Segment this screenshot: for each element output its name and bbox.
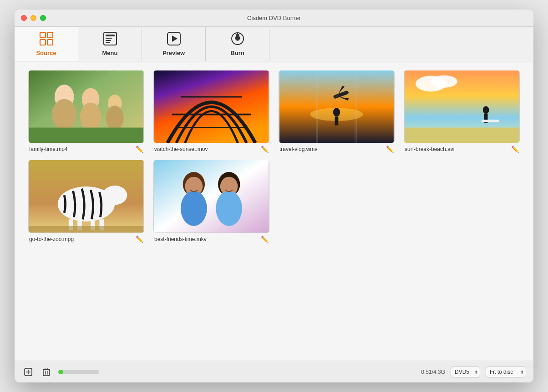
svg-point-45 <box>102 186 127 205</box>
video-info-travel: travel-vlog.wmv ✏️ <box>279 146 395 153</box>
svg-rect-35 <box>335 116 339 125</box>
svg-rect-6 <box>106 38 112 39</box>
close-button[interactable] <box>21 15 27 21</box>
thumbnail-zoo[interactable] <box>28 160 144 232</box>
storage-info: 0.51/4.3G <box>421 369 445 375</box>
window-title: Cisdem DVD Burner <box>247 15 301 21</box>
source-label: Source <box>36 50 56 56</box>
list-item: watch-the-sunset.mov ✏️ <box>153 70 269 153</box>
titlebar: Cisdem DVD Burner <box>15 10 533 27</box>
svg-rect-0 <box>40 32 46 38</box>
edit-icon-zoo[interactable]: ✏️ <box>136 236 143 243</box>
progress-container <box>58 370 416 374</box>
tab-burn[interactable]: Burn <box>206 27 269 61</box>
svg-point-57 <box>216 191 242 226</box>
thumbnail-surf[interactable] <box>404 70 520 143</box>
video-name-sunset: watch-the-sunset.mov <box>154 146 208 152</box>
svg-rect-2 <box>40 40 46 45</box>
burn-icon <box>230 31 245 48</box>
source-icon <box>39 31 54 48</box>
edit-icon-friends[interactable]: ✏️ <box>261 236 269 243</box>
progress-bar-fill <box>58 370 63 374</box>
tab-preview[interactable]: Preview <box>142 27 206 61</box>
tab-source[interactable]: Source <box>15 27 78 61</box>
progress-bar-bg <box>58 370 99 374</box>
statusbar: 0.51/4.3G DVD5 DVD9 ⬍ Fit to disc No sca… <box>15 361 533 382</box>
svg-point-40 <box>483 106 489 114</box>
svg-point-17 <box>80 103 101 131</box>
svg-point-54 <box>181 191 207 226</box>
edit-icon-surf[interactable]: ✏️ <box>511 146 519 153</box>
list-item: best-friends-time.mkv ✏️ <box>153 160 269 242</box>
list-item: travel-vlog.wmv ✏️ <box>279 70 395 153</box>
video-name-travel: travel-vlog.wmv <box>279 146 317 152</box>
fit-option-select[interactable]: Fit to disc No scaling <box>486 367 526 377</box>
preview-icon <box>167 31 181 48</box>
tab-menu[interactable]: Menu <box>78 27 142 61</box>
svg-point-15 <box>52 99 76 130</box>
thumbnail-travel[interactable] <box>279 70 395 143</box>
content-area: family-time.mp4 ✏️ <box>15 61 533 361</box>
toolbar: Source Menu Previ <box>15 27 533 61</box>
list-item: family-time.mp4 ✏️ <box>28 70 144 153</box>
thumbnail-sunset[interactable] <box>153 70 269 143</box>
svg-rect-1 <box>47 32 53 38</box>
svg-rect-61 <box>43 369 50 376</box>
svg-rect-50 <box>29 226 143 232</box>
svg-rect-7 <box>106 40 111 41</box>
svg-rect-25 <box>279 70 394 143</box>
video-name-friends: best-friends-time.mkv <box>154 236 207 242</box>
traffic-lights <box>21 15 46 21</box>
fit-option-wrapper[interactable]: Fit to disc No scaling ⬍ <box>486 367 526 377</box>
thumbnail-friends[interactable] <box>153 160 269 232</box>
thumbnail-family[interactable] <box>28 70 144 143</box>
video-name-surf: surf-break-beach.avi <box>405 146 454 152</box>
list-item: surf-break-beach.avi ✏️ <box>404 70 520 153</box>
menu-icon <box>103 31 117 48</box>
svg-rect-42 <box>482 120 499 122</box>
video-info-surf: surf-break-beach.avi ✏️ <box>404 146 520 153</box>
add-button[interactable] <box>22 366 35 378</box>
video-info-sunset: watch-the-sunset.mov ✏️ <box>153 146 269 153</box>
svg-point-34 <box>333 108 340 116</box>
video-info-family: family-time.mp4 ✏️ <box>28 146 144 153</box>
preview-label: Preview <box>162 50 185 56</box>
svg-rect-3 <box>47 40 53 45</box>
app-window: Cisdem DVD Burner Source <box>15 10 533 382</box>
video-info-zoo: go-to-the-zoo.mpg ✏️ <box>28 236 144 243</box>
svg-rect-51 <box>154 160 269 232</box>
video-info-friends: best-friends-time.mkv ✏️ <box>153 236 269 243</box>
delete-button[interactable] <box>40 366 53 378</box>
svg-rect-39 <box>405 128 519 143</box>
disc-type-wrapper[interactable]: DVD5 DVD9 ⬍ <box>451 367 480 377</box>
zoom-button[interactable] <box>40 15 46 21</box>
burn-label: Burn <box>230 50 244 56</box>
svg-rect-5 <box>106 35 115 36</box>
svg-point-38 <box>431 75 457 88</box>
svg-marker-10 <box>172 35 178 42</box>
svg-rect-8 <box>106 42 110 43</box>
menu-label: Menu <box>102 50 118 56</box>
video-grid: family-time.mp4 ✏️ <box>28 70 520 243</box>
edit-icon-family[interactable]: ✏️ <box>136 146 143 153</box>
list-item: go-to-the-zoo.mpg ✏️ <box>28 160 144 242</box>
svg-point-19 <box>106 106 124 130</box>
video-name-family: family-time.mp4 <box>29 146 68 152</box>
edit-icon-travel[interactable]: ✏️ <box>386 146 394 153</box>
video-name-zoo: go-to-the-zoo.mpg <box>29 236 74 242</box>
minimize-button[interactable] <box>30 15 36 21</box>
svg-rect-20 <box>29 128 143 143</box>
disc-type-select[interactable]: DVD5 DVD9 <box>451 367 480 377</box>
edit-icon-sunset[interactable]: ✏️ <box>261 146 269 153</box>
